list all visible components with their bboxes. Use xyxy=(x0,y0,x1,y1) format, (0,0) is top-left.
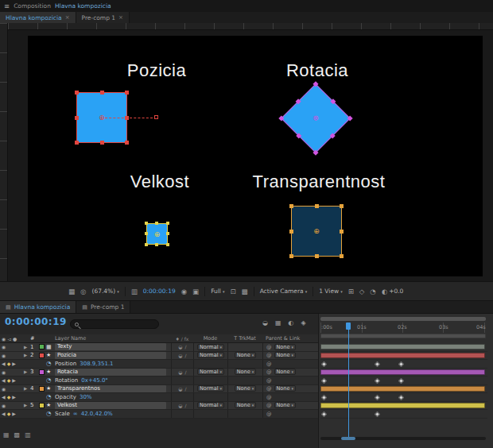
trkmat-dropdown[interactable]: None▾ xyxy=(227,385,262,393)
expand-triangle-icon[interactable]: ▶ xyxy=(24,345,30,350)
expand-triangle-icon[interactable]: ▶ xyxy=(24,403,30,407)
work-area-bar[interactable] xyxy=(320,334,486,338)
keyframe-diamond[interactable] xyxy=(375,411,380,416)
expand-layer-switches-icon[interactable]: ▦ xyxy=(3,431,10,438)
resolution-dropdown[interactable]: Full▾ xyxy=(211,288,224,295)
expand-triangle-icon[interactable]: ▶ xyxy=(24,369,30,374)
label-color-chip[interactable] xyxy=(39,344,46,350)
snapshot-camera-icon[interactable]: ◉ xyxy=(181,288,187,295)
property-value[interactable]: 0x+45.0° xyxy=(81,377,108,384)
selection-handle[interactable] xyxy=(289,254,293,258)
property-value[interactable]: 30% xyxy=(80,394,92,400)
selection-handle[interactable] xyxy=(166,243,169,246)
stopwatch-icon[interactable]: ◔ xyxy=(46,410,55,417)
view-layout-dropdown[interactable]: 1 View▾ xyxy=(319,288,342,295)
layer-switches[interactable]: ◒/ xyxy=(171,343,193,351)
expand-in-out-panes-icon[interactable]: ▥ xyxy=(25,431,31,438)
label-color-chip[interactable] xyxy=(39,403,46,408)
property-row-rotation[interactable]: ◀◆▶ ◔ Rotation0x+45.0° @ xyxy=(0,377,318,385)
selection-handle[interactable] xyxy=(75,116,79,120)
keyframe-diamond[interactable] xyxy=(398,377,404,383)
selection-handle[interactable] xyxy=(75,141,79,145)
selection-handle[interactable] xyxy=(340,204,344,208)
close-icon[interactable]: × xyxy=(65,14,70,21)
preview-timecode[interactable]: 0:00:00:19 xyxy=(143,288,176,295)
keyframe-navigator[interactable]: ◀◆▶ xyxy=(0,377,24,384)
tab-hlavna-kompozicia[interactable]: Hlavna kompozicia × xyxy=(0,12,76,23)
selection-handle[interactable] xyxy=(312,150,318,156)
label-color-chip[interactable] xyxy=(39,369,46,375)
expand-triangle-icon[interactable]: ▶ xyxy=(24,386,30,391)
mode-column-header[interactable]: Mode xyxy=(193,334,227,342)
property-row-opacity[interactable]: ◀◆▶ ◔ Opacity30% @ xyxy=(0,393,318,402)
layer-name[interactable]: Pozicia xyxy=(55,352,171,359)
expand-transfer-controls-icon[interactable]: ▩ xyxy=(14,431,21,438)
label-color-chip[interactable] xyxy=(39,386,46,392)
close-icon[interactable]: × xyxy=(118,14,123,21)
selection-handle[interactable] xyxy=(125,141,129,145)
tab-pre-comp-1[interactable]: Pre-comp 1 × xyxy=(76,12,130,23)
timeline-tab-hlavna-kompozicia[interactable]: ▤ Hlavna kompozicia xyxy=(0,301,76,313)
selection-handle[interactable] xyxy=(340,230,344,234)
property-pickwhip[interactable]: @ xyxy=(262,410,318,418)
parent-link-dropdown[interactable]: @None▾ xyxy=(262,343,318,351)
keyframe-diamond[interactable] xyxy=(321,394,327,400)
blend-mode-dropdown[interactable]: Normal▾ xyxy=(193,385,227,393)
keyframe-navigator[interactable]: ◀◆▶ xyxy=(0,410,24,418)
visibility-eye-icon[interactable]: ◉ xyxy=(2,353,6,358)
selection-handle[interactable] xyxy=(145,222,148,225)
visibility-eye-icon[interactable]: ◉ xyxy=(2,369,6,375)
rulers-icon[interactable]: ▥ xyxy=(131,288,138,295)
selection-handle[interactable] xyxy=(296,133,301,138)
transparency-grid-icon[interactable]: ▩ xyxy=(242,288,248,295)
anchor-point-icon[interactable]: ⊕ xyxy=(154,230,161,238)
parent-link-dropdown[interactable]: @None▾ xyxy=(262,369,318,377)
keyframe-diamond[interactable] xyxy=(375,377,380,383)
layer-row-transparentnost[interactable]: ◉ ▶ 4 ★ Transparentnos ◒/ Normal▾ None▾ … xyxy=(0,385,318,394)
parent-link-dropdown[interactable]: @None▾ xyxy=(262,402,318,410)
selection-handle[interactable] xyxy=(347,115,353,121)
playhead-handle[interactable] xyxy=(346,322,351,330)
camera-dropdown[interactable]: Active Camera▾ xyxy=(260,288,308,295)
timeline-jump-icon[interactable]: ◔ xyxy=(370,288,375,295)
keyframe-diamond[interactable] xyxy=(398,361,404,366)
layer-switches[interactable]: ◒/ xyxy=(171,385,193,393)
blend-mode-dropdown[interactable]: Normal▾ xyxy=(193,352,227,360)
layer-name[interactable]: Velkost xyxy=(55,402,171,409)
selection-handle[interactable] xyxy=(315,204,319,208)
timeline-search-field[interactable] xyxy=(70,319,159,329)
current-time-display[interactable]: 0:00:00:19 xyxy=(5,316,67,327)
region-of-interest-icon[interactable]: ⊡ xyxy=(230,288,235,295)
layer-name[interactable]: Texty xyxy=(55,343,171,350)
panel-menu-icon[interactable]: ≡ xyxy=(4,2,10,10)
shy-layers-icon[interactable]: ◒ xyxy=(262,319,268,326)
parent-link-dropdown[interactable]: @None▾ xyxy=(262,385,318,393)
parent-link-dropdown[interactable]: @None▾ xyxy=(262,352,318,360)
visibility-eye-icon[interactable]: ◉ xyxy=(2,403,6,408)
selection-handle[interactable] xyxy=(155,243,158,246)
property-row-scale[interactable]: ◀◆▶ ◔ Scale∞42.0,42.0% @ xyxy=(0,410,318,419)
anchor-point-icon[interactable]: ⊕ xyxy=(311,114,320,123)
selection-handle[interactable] xyxy=(145,243,148,246)
anchor-point-icon[interactable]: ⊕ xyxy=(313,228,320,235)
layer-duration-bar[interactable] xyxy=(320,386,485,392)
horizontal-ruler[interactable] xyxy=(8,23,493,30)
keyframe-diamond[interactable] xyxy=(321,411,327,416)
trkmat-dropdown[interactable]: None▾ xyxy=(227,402,262,410)
stopwatch-icon[interactable]: ◔ xyxy=(46,377,55,384)
selection-handle[interactable] xyxy=(100,141,104,145)
layer-name[interactable]: Rotacia xyxy=(55,369,171,376)
selection-handle[interactable] xyxy=(296,98,301,104)
keyframe-navigator[interactable]: ◀◆▶ xyxy=(0,360,24,368)
layer-switches[interactable]: ◒/ xyxy=(171,369,193,377)
selection-handle[interactable] xyxy=(278,115,284,121)
timeline-navigator-bar[interactable] xyxy=(320,317,486,321)
layer-row-texty[interactable]: ◉ ▶ 1 ▦ Texty ◒/ Normal▾ @None▾ xyxy=(0,343,318,352)
magnification-dropdown[interactable]: (67.4%)▾ xyxy=(91,288,118,295)
shape-velkost-square[interactable]: ⊕ xyxy=(146,223,168,245)
guides-icon[interactable]: ◎ xyxy=(80,288,86,295)
grid-options-icon[interactable]: ▦ xyxy=(68,288,75,295)
shape-rotacia-diamond[interactable]: ⊕ xyxy=(281,83,351,153)
stopwatch-icon[interactable]: ◔ xyxy=(46,360,55,367)
scrollbar-thumb[interactable] xyxy=(341,437,355,440)
